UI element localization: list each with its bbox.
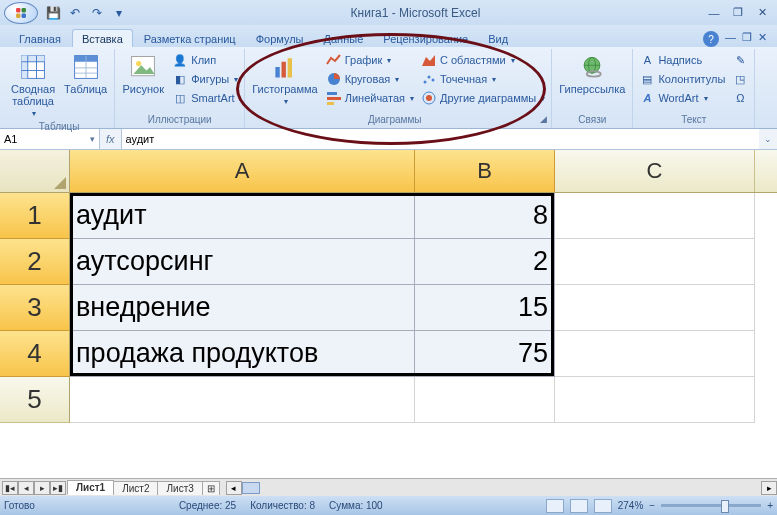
tab-data[interactable]: Данные bbox=[315, 30, 373, 47]
sheet-nav-last[interactable]: ▸▮ bbox=[50, 481, 66, 495]
line-chart-button[interactable]: График▾ bbox=[324, 51, 416, 69]
zoom-out-button[interactable]: − bbox=[649, 500, 655, 511]
table-button[interactable]: Таблица bbox=[61, 51, 110, 97]
close-button[interactable]: ✕ bbox=[751, 5, 773, 21]
scatter-chart-button[interactable]: Точечная▾ bbox=[419, 70, 547, 88]
shapes-icon: ◧ bbox=[172, 71, 188, 87]
undo-icon[interactable]: ↶ bbox=[66, 4, 84, 22]
sheet-nav-next[interactable]: ▸ bbox=[34, 481, 50, 495]
tab-insert[interactable]: Вставка bbox=[72, 29, 133, 47]
symbol-button[interactable]: Ω bbox=[730, 89, 750, 107]
status-sum: Сумма: 100 bbox=[329, 500, 383, 511]
row-header[interactable]: 2 bbox=[0, 239, 70, 285]
fx-button[interactable]: fx bbox=[106, 133, 115, 145]
svg-point-23 bbox=[423, 81, 426, 84]
sheet-tab-2[interactable]: Лист2 bbox=[113, 481, 158, 495]
cell[interactable]: 2 bbox=[415, 239, 555, 285]
formula-bar-expand[interactable]: ⌄ bbox=[759, 134, 777, 144]
tab-pagelayout[interactable]: Разметка страниц bbox=[135, 30, 245, 47]
cell[interactable]: 75 bbox=[415, 331, 555, 377]
view-pagelayout-button[interactable] bbox=[570, 499, 588, 513]
area-chart-button[interactable]: С областями▾ bbox=[419, 51, 547, 69]
textbox-button[interactable]: AНадпись bbox=[637, 51, 727, 69]
pie-chart-button[interactable]: Круговая▾ bbox=[324, 70, 416, 88]
hscroll-left[interactable]: ◂ bbox=[226, 481, 242, 495]
cell[interactable] bbox=[555, 193, 755, 239]
zoom-in-button[interactable]: + bbox=[767, 500, 773, 511]
save-icon[interactable]: 💾 bbox=[44, 4, 62, 22]
tab-home[interactable]: Главная bbox=[10, 30, 70, 47]
column-header-C[interactable]: C bbox=[555, 150, 755, 192]
headerfooter-button[interactable]: ▤Колонтитулы bbox=[637, 70, 727, 88]
cell[interactable]: 8 bbox=[415, 193, 555, 239]
tab-review[interactable]: Рецензирование bbox=[374, 30, 477, 47]
charts-dialog-launcher[interactable]: ◢ bbox=[540, 114, 547, 125]
other-charts-button[interactable]: Другие диаграммы▾ bbox=[419, 89, 547, 107]
cell[interactable] bbox=[415, 377, 555, 423]
minimize-button[interactable]: — bbox=[703, 5, 725, 21]
cell[interactable]: аутсорсинг bbox=[70, 239, 415, 285]
signature-icon: ✎ bbox=[732, 52, 748, 68]
row-header[interactable]: 3 bbox=[0, 285, 70, 331]
qat-customize-icon[interactable]: ▾ bbox=[110, 4, 128, 22]
object-button[interactable]: ◳ bbox=[730, 70, 750, 88]
cell[interactable] bbox=[70, 377, 415, 423]
view-pagebreak-button[interactable] bbox=[594, 499, 612, 513]
wordart-button[interactable]: AWordArt▾ bbox=[637, 89, 727, 107]
formula-input[interactable] bbox=[122, 129, 759, 149]
doc-restore-button[interactable]: ❐ bbox=[742, 31, 752, 47]
tab-view[interactable]: Вид bbox=[479, 30, 517, 47]
zoom-slider[interactable] bbox=[661, 504, 761, 507]
signature-button[interactable]: ✎ bbox=[730, 51, 750, 69]
svg-rect-2 bbox=[22, 56, 28, 79]
hyperlink-button[interactable]: Гиперссылка bbox=[556, 51, 628, 97]
sheet-nav-first[interactable]: ▮◂ bbox=[2, 481, 18, 495]
cell[interactable] bbox=[555, 331, 755, 377]
help-icon[interactable]: ? bbox=[703, 31, 719, 47]
hscroll-right[interactable]: ▸ bbox=[761, 481, 777, 495]
cell[interactable]: внедрение bbox=[70, 285, 415, 331]
zoom-level[interactable]: 274% bbox=[618, 500, 644, 511]
symbol-icon: Ω bbox=[732, 90, 748, 106]
restore-button[interactable]: ❐ bbox=[727, 5, 749, 21]
picture-button[interactable]: Рисунок bbox=[119, 51, 167, 97]
row-header[interactable]: 1 bbox=[0, 193, 70, 239]
office-button[interactable] bbox=[4, 2, 38, 24]
cell[interactable] bbox=[555, 239, 755, 285]
chevron-down-icon[interactable]: ▾ bbox=[90, 134, 95, 144]
row-header[interactable]: 4 bbox=[0, 331, 70, 377]
doc-close-button[interactable]: ✕ bbox=[758, 31, 767, 47]
row-header[interactable]: 5 bbox=[0, 377, 70, 423]
svg-rect-21 bbox=[327, 102, 334, 105]
select-all-corner[interactable] bbox=[0, 150, 70, 192]
tab-formulas[interactable]: Формулы bbox=[247, 30, 313, 47]
view-normal-button[interactable] bbox=[546, 499, 564, 513]
cell[interactable]: аудит bbox=[70, 193, 415, 239]
chevron-down-icon: ▾ bbox=[32, 109, 36, 118]
smartart-button[interactable]: ◫SmartArt bbox=[170, 89, 240, 107]
sheet-nav-prev[interactable]: ◂ bbox=[18, 481, 34, 495]
sheet-tab-new[interactable]: ⊞ bbox=[202, 481, 220, 495]
clip-button[interactable]: 👤Клип bbox=[170, 51, 240, 69]
status-ready: Готово bbox=[4, 500, 35, 511]
cell[interactable]: продажа продуктов bbox=[70, 331, 415, 377]
cell[interactable] bbox=[555, 377, 755, 423]
bar-chart-button[interactable]: Линейчатая▾ bbox=[324, 89, 416, 107]
column-header-B[interactable]: B bbox=[415, 150, 555, 192]
pivot-table-button[interactable]: Сводная таблица ▾ bbox=[8, 51, 58, 120]
cell[interactable]: 15 bbox=[415, 285, 555, 331]
hscroll-thumb[interactable] bbox=[242, 482, 260, 494]
group-illustrations-label: Иллюстрации bbox=[119, 113, 240, 126]
sheet-tab-3[interactable]: Лист3 bbox=[157, 481, 202, 495]
redo-icon[interactable]: ↷ bbox=[88, 4, 106, 22]
shapes-button[interactable]: ◧Фигуры▾ bbox=[170, 70, 240, 88]
column-chart-button[interactable]: Гистограмма ▾ bbox=[249, 51, 321, 108]
svg-rect-17 bbox=[288, 58, 292, 77]
doc-minimize-button[interactable]: — bbox=[725, 31, 736, 47]
name-box-input[interactable] bbox=[4, 133, 64, 145]
svg-point-27 bbox=[426, 95, 432, 101]
cell[interactable] bbox=[555, 285, 755, 331]
wordart-icon: A bbox=[639, 90, 655, 106]
sheet-tab-1[interactable]: Лист1 bbox=[67, 480, 114, 495]
column-header-A[interactable]: A bbox=[70, 150, 415, 192]
